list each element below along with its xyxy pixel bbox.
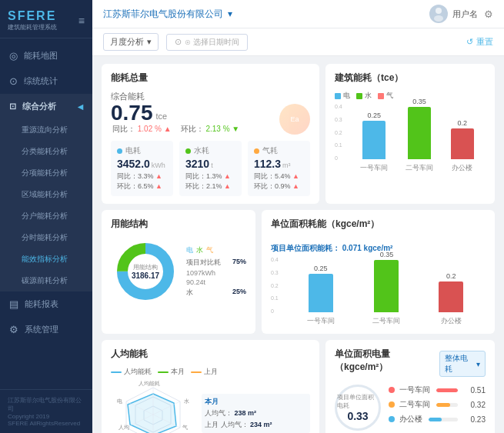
- elec-unit: kWh: [152, 162, 165, 169]
- radar-svg: 人均能耗 水 气 人均水耗 人均 电: [111, 380, 195, 433]
- sidebar-item-energy-map[interactable]: ◎ 能耗地图: [0, 43, 92, 68]
- bar-group-2: 0.2 办公楼: [451, 119, 474, 173]
- sidebar: SFERE 建筑能耗管理系统 ≡ ◎ 能耗地图 ⊙ 综统统计 ⊡ 综合分析 ◀ …: [0, 0, 92, 433]
- metric-electricity: 电耗 3452.0 kWh 同比：3.3% ▲ 环比：6.5% ▲: [111, 141, 173, 196]
- legend-elec-label: 电: [186, 245, 193, 255]
- reset-button[interactable]: ↺ 重置: [466, 36, 493, 48]
- topbar-left: 江苏斯菲尔电气股份有限公司 ▾: [103, 8, 232, 21]
- sidebar-sub-item-0[interactable]: 重源流向分析: [0, 119, 92, 141]
- sidebar-item-stats[interactable]: ⊙ 综统统计: [0, 68, 92, 94]
- sidebar-item-report[interactable]: ▤ 能耗报表: [0, 291, 92, 317]
- sidebar-item-sys[interactable]: ⚙ 系统管理: [0, 317, 92, 342]
- period-arrow-icon: ▾: [147, 37, 152, 47]
- legend-line-2: [191, 371, 202, 373]
- unit-y-axis: 0.4 0.3 0.2 0.1 0: [271, 257, 279, 314]
- svg-text:水: 水: [184, 398, 189, 404]
- app-subtitle: 建筑能耗管理系统: [8, 23, 57, 32]
- energy-summary-card: 能耗总量 综合能耗 0.75 tce 同比： 1.02 % ▲: [102, 64, 319, 204]
- area-val-1: 0.32: [464, 401, 486, 409]
- footer-rights: SFERE AllRightsReserved: [8, 420, 85, 427]
- sidebar-item-analysis[interactable]: ⊡ 综合分析 ◀: [0, 94, 92, 119]
- sidebar-sub-item-2[interactable]: 分项能耗分析: [0, 162, 92, 184]
- bar-label-1: 二号车间: [406, 163, 433, 173]
- date-picker[interactable]: ⊙ ⊙ 选择日期时间: [166, 34, 248, 51]
- donut-legend-header: 电 水 气: [186, 245, 246, 255]
- building-energy-title: 建筑能耗（tce）: [335, 72, 403, 85]
- report-icon: ▤: [9, 298, 18, 310]
- sidebar-sub-item-7[interactable]: 碳源前耗分析: [0, 270, 92, 291]
- settings-icon[interactable]: ⚙: [484, 8, 493, 20]
- water-value: 3210: [185, 158, 209, 170]
- area-bar-wrap-0: [436, 388, 458, 392]
- compare-mom: 环比： 2.13 % ▼: [181, 124, 240, 135]
- per-area-badge-btn[interactable]: 整体电耗 ▾: [439, 351, 486, 377]
- compare-yoy: 同比： 1.02 % ▲: [112, 124, 172, 135]
- per-area-project-value: 0.33: [347, 410, 368, 422]
- building-energy-chart: 0.4 0.3 0.2 0.1 0 0.25 一号车间 0.35: [335, 104, 486, 173]
- energy-structure-card: 用能结构 用能: [102, 210, 255, 334]
- area-item-left-0: 一号车间: [389, 385, 430, 395]
- analysis-icon: ⊡: [9, 102, 16, 112]
- unit-area-title: 单位面积耗能（kgce/m²）: [271, 218, 379, 231]
- unit-bar-val-2: 0.2: [446, 272, 456, 280]
- per-capita-legend-0: 人均能耗: [111, 367, 152, 377]
- filter-bar: 月度分析 ▾ ⊙ ⊙ 选择日期时间 ↺ 重置: [92, 28, 504, 56]
- sidebar-sub-item-3[interactable]: 区域能耗分析: [0, 184, 92, 205]
- metric-gas: 气耗 112.3 m³ 同比：5.4% ▲ 环比：0.9% ▲: [248, 141, 310, 196]
- bar-val-2: 0.2: [457, 119, 467, 127]
- calendar-icon: ⊙: [175, 37, 182, 47]
- donut-legend: 电 水 气 项目对比耗 75% 1097kWh 90.24t 水 25%: [186, 245, 246, 298]
- energy-badge: Ea: [279, 104, 310, 135]
- area-bar-wrap-1: [436, 403, 458, 407]
- area-list: 一号车间 0.51 二号车间: [389, 385, 486, 428]
- legend-row1-label: 项目对比耗: [186, 258, 221, 268]
- row-2: 用能结构 用能: [102, 210, 495, 334]
- unit-bar-label-0: 一号车间: [307, 316, 335, 326]
- sidebar-footer: 江苏斯菲尔电气股份有限公司 Copyright 2019 SFERE AllRi…: [0, 389, 92, 433]
- sidebar-item-label: 能耗地图: [24, 50, 58, 62]
- sidebar-logo: SFERE 建筑能耗管理系统 ≡: [0, 0, 92, 38]
- area-dot-0: [389, 387, 395, 393]
- legend-row-1: 项目对比耗 75%: [186, 258, 246, 268]
- per-area-header: 单位面积电量（kgce/m²） 整体电耗 ▾: [335, 348, 486, 380]
- sidebar-sub-item-5[interactable]: 分时能耗分析: [0, 227, 92, 248]
- per-area-elec-card: 单位面积电量（kgce/m²） 整体电耗 ▾ 项目单位面积电耗 0.33: [325, 340, 495, 433]
- app-name: SFERE: [8, 9, 57, 23]
- radar-chart: 人均能耗 水 气 人均水耗 人均 电: [111, 380, 195, 433]
- elec-dot: [117, 148, 122, 154]
- sidebar-section-analysis: ⊡ 综合分析 ◀ 重源流向分析 分类能耗分析 分项能耗分析 区域能耗分析 分户能…: [0, 94, 92, 291]
- energy-map-icon: ◎: [9, 50, 18, 62]
- chevron-right-icon: ◀: [78, 103, 83, 111]
- area-dot-2: [389, 416, 395, 422]
- sidebar-sub-item-6[interactable]: 能效指标分析: [0, 248, 92, 270]
- per-capita-this-month: 本月 人均气： 238 m² 上月 人均气： 234 m²: [202, 394, 310, 433]
- unit-bar-2: [439, 281, 463, 312]
- period-select[interactable]: 月度分析 ▾: [103, 33, 159, 51]
- area-val-2: 0.23: [464, 415, 486, 424]
- sidebar-sub-item-1[interactable]: 分类能耗分析: [0, 141, 92, 162]
- legend-gas: 气: [378, 91, 393, 101]
- donut-center: 用能结构 3186.17: [132, 263, 159, 280]
- sidebar-sub-item-4[interactable]: 分户能耗分析: [0, 205, 92, 227]
- date-placeholder: ⊙ 选择日期时间: [185, 37, 239, 48]
- sidebar-item-label: 综统统计: [24, 75, 58, 87]
- per-capita-content: 人均能耗 水 气 人均水耗 人均 电 本月: [111, 380, 310, 433]
- area-name-2: 办公楼: [399, 414, 422, 425]
- row-1: 能耗总量 综合能耗 0.75 tce 同比： 1.02 % ▲: [102, 64, 495, 204]
- water-unit: t: [211, 162, 213, 169]
- unit-bar-0: [309, 274, 333, 312]
- per-capita-legend-1: 本月: [158, 367, 185, 377]
- per-area-project-label: 项目单位面积电耗: [337, 393, 379, 410]
- sys-icon: ⚙: [9, 324, 18, 335]
- last-month-gas-label: 上月 人均气： 234 m²: [205, 420, 272, 430]
- company-dropdown-arrow[interactable]: ▾: [228, 8, 232, 19]
- per-capita-legend: 人均能耗 本月 上月: [111, 367, 310, 377]
- topbar-right: 用户名 ⚙: [429, 5, 493, 23]
- svg-marker-9: [128, 394, 176, 433]
- donut-chart: 用能结构 3186.17: [111, 237, 180, 306]
- user-info: 用户名: [429, 5, 478, 23]
- bar-2: [451, 128, 474, 159]
- metric-water: 水耗 3210 t 同比：1.3% ▲ 环比：2.1% ▲: [179, 141, 242, 196]
- company-name: 江苏斯菲尔电气股份有限公司: [103, 8, 223, 21]
- menu-toggle-icon[interactable]: ≡: [78, 15, 85, 27]
